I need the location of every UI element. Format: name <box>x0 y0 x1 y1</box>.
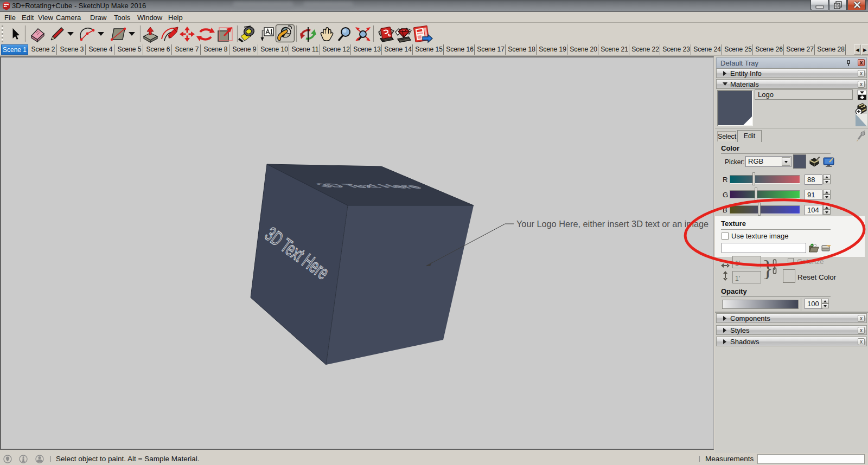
svg-text:Your Logo Here, either insert: Your Logo Here, either insert 3D text or… <box>516 219 709 229</box>
